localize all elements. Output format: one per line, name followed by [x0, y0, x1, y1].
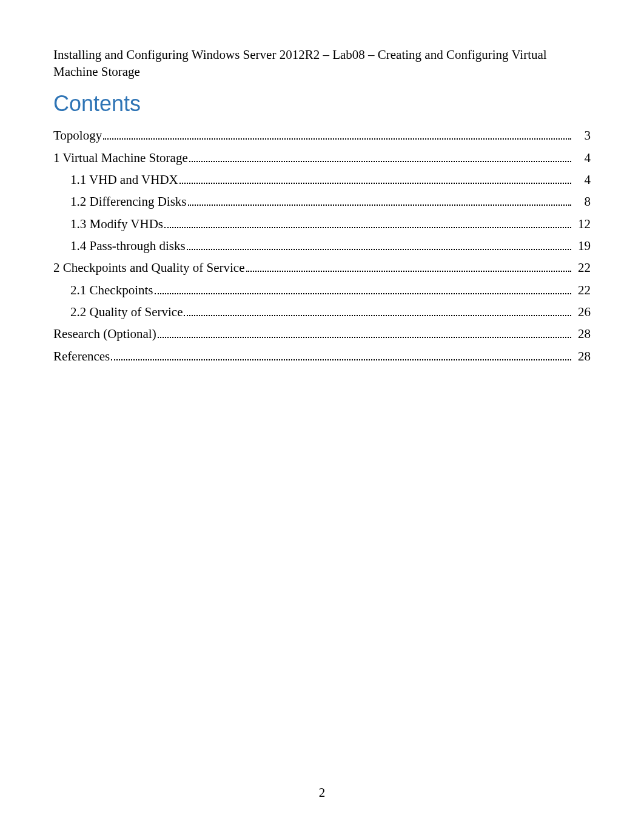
toc-leader: [158, 325, 571, 338]
toc-entry[interactable]: 1.2 Differencing Disks 8: [53, 193, 591, 210]
toc-label: 1.3 Modify VHDs: [70, 215, 163, 232]
toc-leader: [103, 127, 571, 140]
toc-page: 26: [574, 303, 591, 320]
contents-heading: Contents: [53, 89, 591, 119]
toc-page: 4: [574, 149, 591, 166]
toc-label: 2 Checkpoints and Quality of Service: [53, 259, 245, 276]
toc-leader: [187, 237, 571, 250]
toc-entry[interactable]: 2.2 Quality of Service 26: [53, 303, 591, 320]
toc-label: Topology: [53, 127, 102, 144]
page-number: 2: [0, 784, 644, 801]
toc-entry[interactable]: 1.3 Modify VHDs 12: [53, 215, 591, 232]
toc-entry[interactable]: 1.1 VHD and VHDX 4: [53, 171, 591, 188]
toc-label: Research (Optional): [53, 325, 156, 342]
toc-page: 28: [574, 348, 591, 365]
toc-entry[interactable]: 2 Checkpoints and Quality of Service 22: [53, 259, 591, 276]
toc-page: 28: [574, 325, 591, 342]
toc-page: 3: [574, 127, 591, 144]
toc-label: 2.2 Quality of Service: [70, 303, 183, 320]
toc-leader: [246, 259, 571, 272]
toc-page: 12: [574, 215, 591, 232]
toc-entry[interactable]: 2.1 Checkpoints 22: [53, 282, 591, 299]
toc-label: 2.1 Checkpoints: [70, 282, 153, 299]
toc-page: 22: [574, 282, 591, 299]
toc-entry[interactable]: Research (Optional) 28: [53, 325, 591, 342]
toc-entry[interactable]: References 28: [53, 348, 591, 365]
toc-leader: [179, 171, 571, 184]
toc-label: 1.1 VHD and VHDX: [70, 171, 178, 188]
document-header: Installing and Configuring Windows Serve…: [53, 46, 591, 81]
toc-leader: [164, 215, 571, 228]
toc-leader: [189, 149, 571, 162]
toc-entry[interactable]: 1.4 Pass-through disks 19: [53, 237, 591, 254]
toc-label: 1 Virtual Machine Storage: [53, 149, 188, 166]
toc-page: 4: [574, 171, 591, 188]
toc-page: 22: [574, 259, 591, 276]
toc-leader: [184, 303, 571, 316]
toc-page: 8: [574, 193, 591, 210]
toc-entry[interactable]: Topology 3: [53, 127, 591, 144]
toc-page: 19: [574, 237, 591, 254]
toc-label: 1.4 Pass-through disks: [70, 237, 186, 254]
toc-label: References: [53, 348, 110, 365]
toc-leader: [155, 282, 572, 294]
table-of-contents: Topology 3 1 Virtual Machine Storage 4 1…: [53, 127, 591, 365]
document-page: Installing and Configuring Windows Serve…: [0, 0, 644, 835]
toc-leader: [188, 193, 572, 206]
toc-entry[interactable]: 1 Virtual Machine Storage 4: [53, 149, 591, 166]
toc-label: 1.2 Differencing Disks: [70, 193, 187, 210]
toc-leader: [111, 348, 571, 360]
